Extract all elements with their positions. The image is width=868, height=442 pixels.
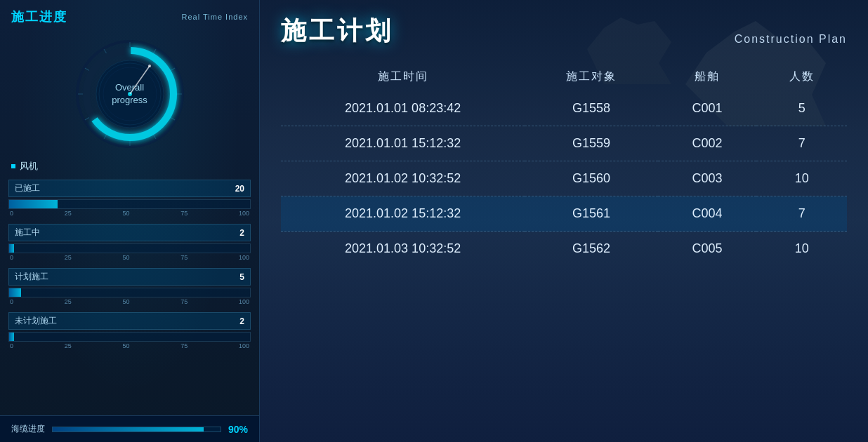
tick-2: 100 — [239, 298, 249, 305]
tick-2: 25 — [65, 298, 72, 305]
tick-0: 0 — [10, 210, 13, 217]
left-panel: 施工进度 Real Time Index — [0, 0, 260, 442]
table-row-1: 2021.01.01 15:12:32G1559C0027 — [281, 126, 847, 161]
bottom-label: 海缆进度 — [11, 423, 45, 435]
tick-0: 50 — [122, 210, 129, 217]
realtime-label: Real Time Index — [182, 13, 248, 21]
tick-2: 0 — [10, 298, 13, 305]
progress-value-2: 5 — [239, 272, 244, 282]
table-cell-3-1: G1561 — [525, 196, 658, 232]
progress-bar-track-1 — [9, 244, 250, 253]
tick-labels-1: 0255075100 — [8, 254, 251, 261]
tick-3: 75 — [180, 342, 188, 349]
left-header: 施工进度 Real Time Index — [0, 0, 259, 31]
progress-bar-container-1 — [8, 243, 251, 253]
progress-item-2: 计划施工 5 0255075100 — [8, 268, 251, 305]
tick-3: 25 — [65, 342, 72, 349]
tick-0: 25 — [65, 210, 72, 217]
tick-labels-2: 0255075100 — [8, 298, 251, 305]
bottom-percent: 90% — [228, 424, 248, 435]
table-cell-3-3: 7 — [756, 196, 847, 232]
section-title-wind: 风机 — [0, 156, 259, 177]
tick-2: 50 — [122, 298, 129, 305]
tick-3: 100 — [239, 342, 249, 349]
table-header-0: 施工时间 — [281, 62, 525, 91]
table-cell-0-3: 5 — [756, 91, 847, 126]
right-header: 施工计划 Construction Plan — [281, 14, 847, 48]
tick-1: 50 — [122, 254, 129, 261]
table-row-2: 2021.01.02 10:32:52G1560C00310 — [281, 161, 847, 196]
gauge-label-line1: Overall — [115, 81, 144, 94]
table-cell-4-1: G1562 — [525, 232, 658, 267]
table-header-1: 施工对象 — [525, 62, 658, 91]
table-cell-3-2: C004 — [658, 196, 757, 232]
right-titles: 施工计划 — [281, 14, 393, 48]
progress-section: 已施工 20 0255075100 施工中 2 025 — [0, 177, 259, 359]
table-header-row: 施工时间施工对象船舶人数 — [281, 62, 847, 91]
tick-1: 0 — [10, 254, 13, 261]
progress-bar-fill-0 — [9, 200, 58, 208]
progress-bar-container-0 — [8, 199, 251, 209]
table-cell-3-0: 2021.01.02 15:12:32 — [281, 196, 525, 232]
table-cell-4-0: 2021.01.03 10:32:52 — [281, 232, 525, 267]
tick-3: 0 — [10, 342, 13, 349]
bottom-section: 海缆进度 90% — [0, 415, 259, 442]
progress-bar-track-2 — [9, 288, 250, 297]
tick-labels-3: 0255075100 — [8, 342, 251, 349]
progress-label-row-0: 已施工 20 — [8, 180, 251, 197]
progress-label-row-1: 施工中 2 — [8, 224, 251, 241]
table-row-4: 2021.01.03 10:32:52G1562C00510 — [281, 232, 847, 267]
progress-item-3: 未计划施工 2 0255075100 — [8, 312, 251, 349]
right-main-title: 施工计划 — [281, 14, 393, 48]
left-title: 施工进度 — [11, 8, 67, 25]
table-cell-4-3: 10 — [756, 232, 847, 267]
progress-item-1: 施工中 2 0255075100 — [8, 224, 251, 261]
right-panel: 施工计划 Construction Plan 施工时间施工对象船舶人数 2021… — [260, 0, 868, 442]
tick-0: 75 — [180, 210, 188, 217]
tick-1: 75 — [180, 254, 188, 261]
right-content: 施工计划 Construction Plan 施工时间施工对象船舶人数 2021… — [260, 0, 868, 280]
tick-2: 75 — [180, 298, 188, 305]
progress-label-2: 计划施工 — [15, 271, 48, 283]
progress-label-row-2: 计划施工 5 — [8, 268, 251, 286]
progress-value-0: 20 — [235, 184, 244, 194]
bottom-bar-fill — [53, 427, 204, 431]
table-cell-2-2: C003 — [658, 161, 757, 196]
progress-label-0: 已施工 — [15, 182, 40, 194]
tick-1: 100 — [239, 254, 249, 261]
table-cell-1-3: 7 — [756, 126, 847, 161]
table-cell-0-2: C001 — [658, 91, 757, 126]
tick-0: 100 — [239, 210, 249, 217]
construction-table: 施工时间施工对象船舶人数 2021.01.01 08:23:42G1558C00… — [281, 62, 847, 266]
table-row-3: 2021.01.02 15:12:32G1561C0047 — [281, 196, 847, 232]
table-cell-2-3: 10 — [756, 161, 847, 196]
progress-bar-container-3 — [8, 332, 251, 342]
progress-label-3: 未计划施工 — [15, 315, 57, 327]
bottom-row: 海缆进度 90% — [11, 423, 248, 435]
gauge-label-line2: progress — [112, 94, 147, 107]
section-label-wind: 风机 — [20, 160, 38, 173]
table-row-0: 2021.01.01 08:23:42G1558C0015 — [281, 91, 847, 126]
progress-value-1: 2 — [239, 228, 244, 238]
progress-bar-fill-3 — [9, 333, 14, 341]
tick-3: 50 — [122, 342, 129, 349]
table-cell-0-0: 2021.01.01 08:23:42 — [281, 91, 525, 126]
progress-label-1: 施工中 — [15, 227, 40, 239]
table-cell-2-1: G1560 — [525, 161, 658, 196]
gauge-outer: Overall progress — [74, 38, 186, 150]
table-cell-1-0: 2021.01.01 15:12:32 — [281, 126, 525, 161]
progress-item-0: 已施工 20 0255075100 — [8, 180, 251, 217]
progress-value-3: 2 — [239, 316, 244, 326]
bottom-bar — [52, 427, 221, 432]
progress-bar-track-3 — [9, 333, 250, 341]
tick-labels-0: 0255075100 — [8, 210, 251, 217]
progress-bar-fill-2 — [9, 288, 21, 297]
progress-bar-container-2 — [8, 288, 251, 297]
table-header-3: 人数 — [756, 62, 847, 91]
progress-label-row-3: 未计划施工 2 — [8, 312, 251, 330]
gauge-center-text: Overall progress — [74, 38, 186, 150]
table-cell-1-1: G1559 — [525, 126, 658, 161]
table-cell-1-2: C002 — [658, 126, 757, 161]
progress-bar-track-0 — [9, 200, 250, 208]
table-cell-4-2: C005 — [658, 232, 757, 267]
